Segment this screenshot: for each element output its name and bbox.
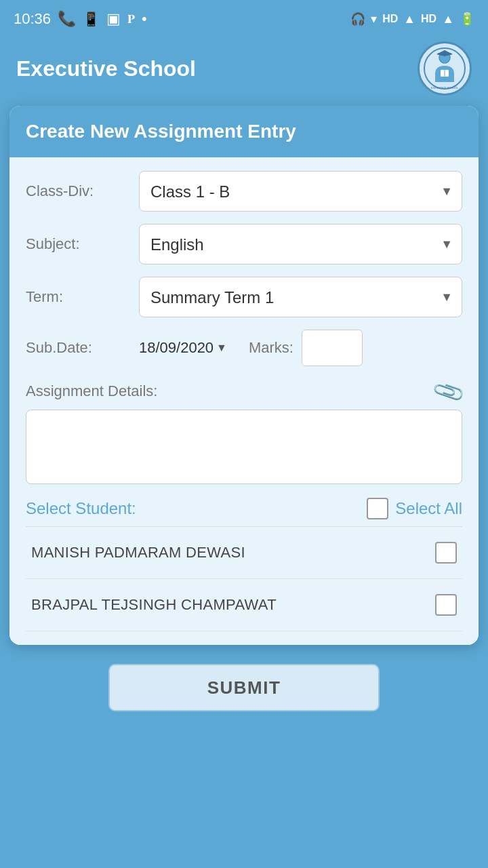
student-item: BRAJPAL TEJSINGH CHAMPAWAT (26, 579, 462, 631)
status-bar: 10:36 📞 📱 ▣ 𝐏 • 🎧 ▾ HD ▲ HD ▲ 🔋 (0, 0, 488, 38)
signal-icon: HD (382, 13, 398, 25)
student-list: MANISH PADMARAM DEWASI BRAJPAL TEJSINGH … (26, 526, 462, 631)
select-student-row: Select Student: Select All (26, 498, 462, 519)
time-display: 10:36 (14, 10, 51, 28)
square-icon: ▣ (106, 10, 121, 28)
status-right: 🎧 ▾ HD ▲ HD ▲ 🔋 (350, 12, 474, 26)
signal2-bars-icon: ▲ (442, 12, 454, 26)
subject-wrapper: English Math Science Hindi ▼ (139, 224, 462, 264)
select-all-wrapper: Select All (367, 498, 462, 519)
class-div-select[interactable]: Class 1 - B Class 1 - A Class 1 - C (139, 171, 462, 212)
app-header: Executive School EXECUTIVE SCHOOL (0, 38, 488, 99)
student-name-1: MANISH PADMARAM DEWASI (31, 544, 245, 561)
card-body: Class-Div: Class 1 - B Class 1 - A Class… (9, 157, 479, 645)
select-all-checkbox[interactable] (367, 498, 388, 519)
assignment-details-textarea[interactable] (26, 410, 462, 484)
attachment-icon[interactable]: 📎 (430, 374, 467, 410)
headphone-icon: 🎧 (350, 12, 365, 26)
main-card: Create New Assignment Entry Class-Div: C… (9, 106, 479, 645)
student-1-checkbox[interactable] (435, 542, 457, 564)
assignment-header: Assignment Details: 📎 (26, 378, 462, 404)
submit-section: SUBMIT (0, 652, 488, 728)
select-all-label[interactable]: Select All (395, 499, 462, 518)
term-row: Term: Summary Term 1 Summary Term 2 Fina… (26, 277, 462, 317)
student-name-2: BRAJPAL TEJSINGH CHAMPAWAT (31, 596, 277, 614)
wifi-icon: ▾ (371, 12, 377, 26)
svg-marker-2 (436, 50, 453, 56)
phone-icon: 📞 (58, 10, 76, 28)
student-2-checkbox[interactable] (435, 594, 457, 616)
svg-text:EXECUTIVE SCHOOL: EXECUTIVE SCHOOL (431, 86, 459, 90)
subdate-marks-row: Sub.Date: 18/09/2020 ▼ Marks: (26, 330, 462, 366)
subject-row: Subject: English Math Science Hindi ▼ (26, 224, 462, 264)
battery-icon: 🔋 (460, 12, 474, 26)
date-dropdown-icon[interactable]: ▼ (216, 342, 227, 354)
submit-button[interactable]: SUBMIT (108, 664, 380, 711)
term-select[interactable]: Summary Term 1 Summary Term 2 Final Term (139, 277, 462, 317)
marks-label: Marks: (249, 339, 293, 357)
class-div-label: Class-Div: (26, 182, 131, 200)
signal-bars-icon: ▲ (403, 12, 415, 26)
term-wrapper: Summary Term 1 Summary Term 2 Final Term… (139, 277, 462, 317)
app-title: Executive School (16, 56, 196, 81)
pocket-icon: 𝐏 (127, 12, 135, 26)
subject-select[interactable]: English Math Science Hindi (139, 224, 462, 264)
subject-label: Subject: (26, 235, 131, 253)
class-div-wrapper: Class 1 - B Class 1 - A Class 1 - C ▼ (139, 171, 462, 212)
status-left: 10:36 📞 📱 ▣ 𝐏 • (14, 10, 147, 28)
subdate-label: Sub.Date: (26, 339, 131, 357)
assignment-details-label: Assignment Details: (26, 382, 157, 400)
marks-input[interactable] (302, 330, 363, 366)
class-div-row: Class-Div: Class 1 - B Class 1 - A Class… (26, 171, 462, 212)
date-value: 18/09/2020 (139, 339, 214, 357)
dot-icon: • (142, 10, 147, 28)
student-item: MANISH PADMARAM DEWASI (26, 527, 462, 579)
select-student-label: Select Student: (26, 499, 136, 518)
card-header: Create New Assignment Entry (9, 106, 479, 157)
date-wrapper: 18/09/2020 ▼ (139, 339, 227, 357)
viber-icon: 📱 (83, 11, 100, 27)
term-label: Term: (26, 288, 131, 306)
school-logo: EXECUTIVE SCHOOL (418, 41, 472, 96)
hd2-icon: HD (421, 13, 436, 25)
form-title: Create New Assignment Entry (26, 121, 296, 142)
assignment-details-row: Assignment Details: 📎 (26, 378, 462, 487)
